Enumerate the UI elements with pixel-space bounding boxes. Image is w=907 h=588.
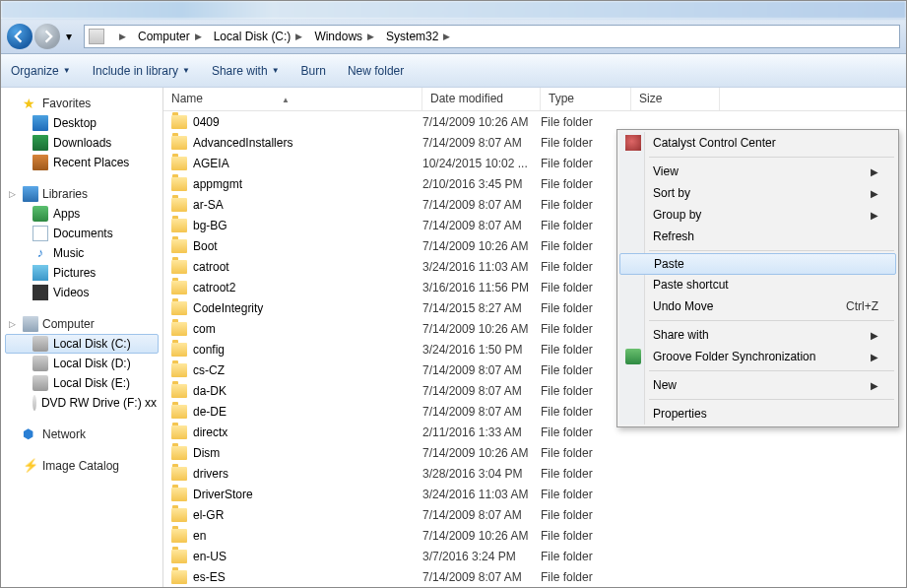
sidebar-recent-places[interactable]: Recent Places [5, 153, 159, 172]
new-folder-button[interactable]: New folder [348, 64, 404, 78]
sidebar-local-disk-d[interactable]: Local Disk (D:) [5, 354, 159, 373]
hdd-icon [32, 356, 48, 371]
column-date[interactable]: Date modified [422, 88, 541, 110]
sidebar-apps[interactable]: Apps [5, 204, 159, 224]
submenu-arrow-icon: ▶ [871, 352, 878, 362]
file-date: 10/24/2015 10:02 ... [422, 157, 541, 170]
ctx-paste[interactable]: Paste [619, 253, 896, 275]
sidebar-videos[interactable]: Videos [5, 283, 159, 302]
file-name: ar-SA [193, 198, 224, 212]
file-row[interactable]: Dism7/14/2009 10:26 AMFile folder [163, 442, 906, 463]
burn-button[interactable]: Burn [301, 64, 326, 78]
star-icon: ★ [23, 96, 38, 111]
music-icon: ♪ [32, 245, 48, 261]
nav-history-dropdown[interactable]: ▾ [62, 24, 76, 49]
drive-icon [89, 29, 104, 44]
folder-icon [171, 508, 187, 522]
folder-icon [171, 488, 187, 501]
column-headers: Name▲ Date modified Type Size [163, 88, 906, 111]
file-type: File folder [541, 446, 631, 460]
file-row[interactable]: en-US3/7/2016 3:24 PMFile folder [163, 546, 906, 566]
file-name: drivers [193, 467, 228, 481]
libraries-group[interactable]: ▷Libraries [5, 184, 159, 204]
computer-icon [23, 316, 38, 332]
submenu-arrow-icon: ▶ [871, 166, 878, 177]
shortcut-text: Ctrl+Z [846, 299, 878, 313]
navigation-bar: ▾ ▶ Computer▶ Local Disk (C:)▶ Windows▶ … [1, 19, 906, 54]
back-button[interactable] [7, 24, 32, 49]
ctx-separator [649, 370, 894, 371]
file-date: 7/14/2009 8:07 AM [422, 363, 541, 377]
column-type[interactable]: Type [541, 88, 631, 110]
file-row[interactable]: DriverStore3/24/2016 11:03 AMFile folder [163, 484, 906, 504]
breadcrumb-localdisk[interactable]: Local Disk (C:)▶ [208, 26, 309, 47]
include-in-library-menu[interactable]: Include in library▼ [93, 64, 190, 78]
network-group[interactable]: ⬢Network [5, 425, 159, 444]
file-date: 3/7/2016 3:24 PM [422, 550, 541, 563]
file-date: 3/24/2016 1:50 PM [422, 343, 541, 357]
file-row[interactable]: en7/14/2009 10:26 AMFile folder [163, 525, 906, 546]
file-name: AdvancedInstallers [193, 136, 292, 150]
file-row[interactable]: es-ES7/14/2009 8:07 AMFile folder [163, 566, 906, 587]
file-type: File folder [541, 115, 631, 129]
image-catalog-group[interactable]: ⚡Image Catalog [5, 456, 159, 476]
breadcrumb-sep[interactable]: ▶ [108, 26, 132, 47]
file-name: Boot [193, 239, 218, 253]
folder-icon [171, 363, 187, 377]
file-date: 3/24/2016 11:03 AM [422, 260, 541, 274]
file-row[interactable]: drivers3/28/2016 3:04 PMFile folder [163, 463, 906, 484]
favorites-group[interactable]: ★Favorites [5, 94, 159, 113]
ctx-properties[interactable]: Properties [619, 403, 896, 425]
folder-icon [171, 239, 187, 253]
sidebar-local-disk-c[interactable]: Local Disk (C:) [5, 334, 159, 354]
file-date: 7/14/2009 8:07 AM [422, 384, 541, 398]
organize-menu[interactable]: Organize▼ [11, 64, 71, 78]
folder-icon [171, 301, 187, 315]
file-name: config [193, 343, 225, 357]
sidebar-documents[interactable]: Documents [5, 224, 159, 243]
column-name[interactable]: Name▲ [163, 88, 422, 110]
breadcrumb-windows[interactable]: Windows▶ [308, 26, 380, 47]
forward-button[interactable] [34, 24, 60, 49]
recent-places-icon [32, 155, 48, 170]
sidebar-pictures[interactable]: Pictures [5, 263, 159, 283]
sidebar-downloads[interactable]: Downloads [5, 133, 159, 153]
sidebar-desktop[interactable]: Desktop [5, 113, 159, 133]
ctx-share-with[interactable]: Share with▶ [619, 324, 896, 346]
file-name: bg-BG [193, 219, 227, 232]
ctx-new[interactable]: New▶ [619, 374, 896, 396]
file-date: 3/28/2016 3:04 PM [422, 467, 541, 481]
file-type: File folder [541, 467, 631, 481]
sidebar-dvd-drive[interactable]: DVD RW Drive (F:) xx [5, 393, 159, 413]
breadcrumb-computer[interactable]: Computer▶ [132, 26, 208, 47]
share-with-menu[interactable]: Share with▼ [212, 64, 280, 78]
ctx-separator [649, 157, 894, 158]
address-bar[interactable]: ▶ Computer▶ Local Disk (C:)▶ Windows▶ Sy… [84, 25, 900, 48]
ctx-catalyst[interactable]: Catalyst Control Center [619, 132, 896, 154]
ctx-undo-move[interactable]: Undo MoveCtrl+Z [619, 295, 896, 317]
file-type: File folder [541, 508, 631, 522]
ctx-group-by[interactable]: Group by▶ [619, 204, 896, 226]
folder-icon [171, 177, 187, 191]
desktop-icon [32, 115, 48, 131]
window-titlebar-blur [1, 1, 906, 19]
file-name: 0409 [193, 115, 220, 129]
sidebar-music[interactable]: ♪Music [5, 243, 159, 263]
sidebar-local-disk-e[interactable]: Local Disk (E:) [5, 373, 159, 393]
ctx-groove[interactable]: Groove Folder Synchronization▶ [619, 346, 896, 367]
breadcrumb-system32[interactable]: System32▶ [380, 26, 456, 47]
context-menu: Catalyst Control Center View▶ Sort by▶ G… [616, 129, 899, 427]
computer-group[interactable]: ▷Computer [5, 314, 159, 334]
file-date: 7/14/2009 10:26 AM [422, 239, 541, 253]
ctx-refresh[interactable]: Refresh [619, 226, 896, 247]
column-size[interactable]: Size [631, 88, 720, 110]
file-row[interactable]: el-GR7/14/2009 8:07 AMFile folder [163, 504, 906, 525]
ctx-paste-shortcut[interactable]: Paste shortcut [619, 274, 896, 295]
file-date: 7/14/2009 8:07 AM [422, 570, 541, 584]
file-date: 7/14/2015 8:27 AM [422, 301, 541, 315]
ctx-view[interactable]: View▶ [619, 161, 896, 182]
ctx-sort-by[interactable]: Sort by▶ [619, 182, 896, 204]
command-toolbar: Organize▼ Include in library▼ Share with… [1, 54, 906, 88]
file-type: File folder [541, 488, 631, 501]
libraries-icon [23, 186, 38, 202]
